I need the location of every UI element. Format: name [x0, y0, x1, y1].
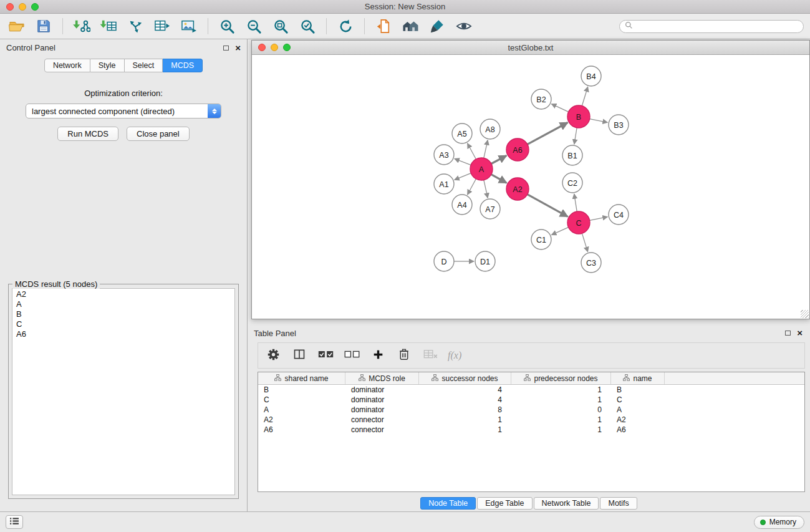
- optimization-criterion-select[interactable]: largest connected component (directed): [26, 104, 221, 118]
- table-body: Bdominator41BCdominator41CAdominator80AA…: [258, 385, 804, 435]
- close-panel-icon[interactable]: ×: [235, 45, 241, 51]
- edge-B-B2[interactable]: [551, 104, 568, 112]
- table-row[interactable]: Cdominator41C: [258, 395, 804, 405]
- open-folder-icon: [8, 19, 26, 34]
- plus-icon: [373, 349, 383, 362]
- table-panel: Table Panel ×: [248, 325, 810, 511]
- toolbar-separator: [208, 18, 208, 34]
- export-image-button[interactable]: [178, 16, 200, 36]
- float-panel-icon[interactable]: [223, 46, 229, 51]
- table-row[interactable]: A2connector11A2: [258, 415, 804, 425]
- new-table-button[interactable]: [152, 16, 173, 36]
- column-header-successor-nodes[interactable]: successor nodes: [419, 372, 511, 384]
- node-label-A3: A3: [439, 151, 448, 160]
- tab-edge-table[interactable]: Edge Table: [477, 497, 532, 510]
- result-item[interactable]: A2: [16, 289, 231, 299]
- columns-icon: [293, 348, 306, 363]
- tab-motifs[interactable]: Motifs: [600, 497, 637, 510]
- result-item[interactable]: A6: [16, 329, 231, 339]
- node-label-B2: B2: [536, 95, 546, 104]
- edge-B-B4[interactable]: [582, 87, 587, 106]
- column-header-predecessor-nodes[interactable]: predecessor nodes: [511, 372, 611, 384]
- column-header-name[interactable]: name: [611, 372, 665, 384]
- table-row[interactable]: A6connector11A6: [258, 425, 804, 435]
- column-settings-button[interactable]: [264, 346, 282, 365]
- float-panel-icon[interactable]: [785, 331, 791, 336]
- import-network-file-button[interactable]: [71, 16, 92, 36]
- table-cell: 1: [511, 385, 611, 394]
- show-columns-button[interactable]: [291, 346, 308, 365]
- close-panel-button[interactable]: Close panel: [127, 127, 190, 141]
- task-history-button[interactable]: [6, 515, 23, 529]
- apply-layout-button[interactable]: [335, 16, 356, 36]
- edge-C-C4[interactable]: [590, 217, 608, 221]
- node-label-A7: A7: [485, 205, 494, 214]
- select-all-button[interactable]: [317, 346, 334, 365]
- tab-select[interactable]: Select: [125, 59, 163, 72]
- import-table-file-button[interactable]: [98, 16, 119, 36]
- network-canvas[interactable]: B4B2BB3A5A8A6A3B1AC2A1A2A4A7C4CC1C3DD1: [252, 55, 809, 319]
- node-label-A6: A6: [513, 146, 522, 155]
- style-brush-button[interactable]: [427, 16, 448, 36]
- edge-A-A3[interactable]: [455, 158, 471, 165]
- edge-A6-B[interactable]: [528, 123, 568, 145]
- memory-button[interactable]: Memory: [754, 516, 804, 529]
- edge-A2-C[interactable]: [528, 195, 568, 217]
- table-row[interactable]: Bdominator41B: [258, 385, 804, 395]
- home-overview-button[interactable]: [400, 16, 421, 36]
- edge-A-A1[interactable]: [455, 173, 471, 180]
- network-graph[interactable]: B4B2BB3A5A8A6A3B1AC2A1A2A4A7C4CC1C3DD1: [252, 55, 809, 318]
- delete-column-button[interactable]: [395, 346, 413, 365]
- column-header-mcds-role[interactable]: MCDS role: [345, 372, 419, 384]
- result-item[interactable]: B: [16, 309, 231, 319]
- run-mcds-button[interactable]: Run MCDS: [57, 127, 118, 141]
- node-label-C: C: [576, 219, 581, 228]
- edge-A-A6[interactable]: [491, 155, 506, 163]
- add-column-button[interactable]: [369, 346, 387, 365]
- tab-node-table[interactable]: Node Table: [420, 497, 476, 510]
- zoom-selected-button[interactable]: [297, 16, 318, 36]
- zoom-in-button[interactable]: [216, 16, 238, 36]
- column-type-icon: [524, 374, 531, 383]
- open-session-button[interactable]: [6, 16, 27, 36]
- horizontal-splitter[interactable]: [248, 319, 810, 325]
- delete-table-button-disabled: [422, 346, 439, 365]
- control-panel-title: Control Panel: [6, 43, 55, 52]
- tab-mcds[interactable]: MCDS: [163, 59, 203, 72]
- edge-A-A5[interactable]: [468, 143, 476, 159]
- zoom-out-button[interactable]: [243, 16, 264, 36]
- tab-style[interactable]: Style: [90, 59, 125, 72]
- deselect-all-button[interactable]: [343, 346, 360, 365]
- column-type-icon: [432, 374, 438, 383]
- result-item[interactable]: A: [16, 299, 231, 309]
- tab-network-table[interactable]: Network Table: [534, 497, 599, 510]
- export-document-button[interactable]: [373, 16, 394, 36]
- show-graphics-button[interactable]: [453, 16, 475, 36]
- save-session-button[interactable]: [33, 16, 54, 36]
- resize-grip[interactable]: [801, 310, 809, 318]
- zoom-fit-button[interactable]: [270, 16, 291, 36]
- mcds-result-list[interactable]: A2ABCA6: [12, 288, 235, 495]
- edge-A-A8[interactable]: [484, 140, 488, 158]
- table-row[interactable]: Adominator80A: [258, 405, 804, 415]
- edge-A-A2[interactable]: [491, 175, 507, 183]
- edge-B-B1[interactable]: [574, 128, 577, 144]
- table-cell: A: [611, 405, 665, 414]
- table-cell: 1: [511, 395, 611, 404]
- tab-network[interactable]: Network: [44, 59, 90, 72]
- zoom-out-icon: [246, 19, 262, 34]
- search-input[interactable]: [636, 22, 798, 31]
- edge-A-A7[interactable]: [484, 180, 488, 198]
- result-item[interactable]: C: [16, 319, 231, 329]
- new-network-button[interactable]: [125, 16, 146, 36]
- edge-C-C1[interactable]: [551, 227, 568, 235]
- edge-C-C2[interactable]: [574, 194, 577, 211]
- column-header-shared-name[interactable]: shared name: [258, 372, 345, 384]
- edge-C-C3[interactable]: [582, 233, 587, 252]
- search-icon: [625, 21, 633, 32]
- edge-A-A4[interactable]: [468, 179, 476, 195]
- table-cell: C: [611, 395, 665, 404]
- edge-B-B3[interactable]: [590, 119, 608, 123]
- table-cell: 4: [419, 385, 511, 394]
- close-panel-icon[interactable]: ×: [797, 330, 803, 336]
